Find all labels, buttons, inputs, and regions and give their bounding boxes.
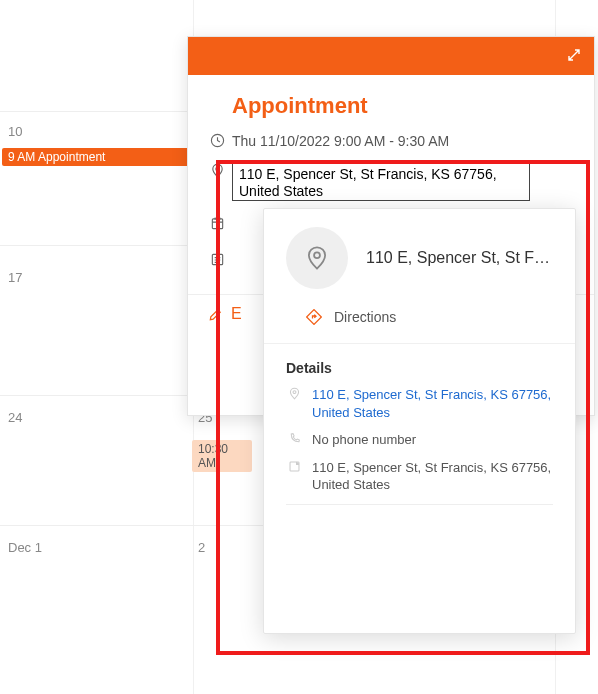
date-label[interactable]: 17 bbox=[8, 270, 22, 285]
details-address-text-value: 110 E, Spencer St, St Francis, KS 67756,… bbox=[312, 459, 553, 494]
directions-icon bbox=[306, 309, 322, 325]
date-label[interactable]: 24 bbox=[8, 410, 22, 425]
calendar-event[interactable]: 10:30 AM bbox=[192, 440, 252, 472]
date-label[interactable]: Dec 1 bbox=[8, 540, 42, 555]
directions-label: Directions bbox=[334, 309, 396, 325]
details-address-link[interactable]: 110 E, Spencer St, St Francis, KS 67756,… bbox=[286, 386, 553, 421]
details-heading: Details bbox=[286, 360, 553, 376]
note-icon bbox=[286, 459, 302, 494]
event-location-row bbox=[188, 155, 594, 210]
details-section: Details 110 E, Spencer St, St Francis, K… bbox=[264, 344, 575, 529]
details-phone-text: No phone number bbox=[312, 431, 416, 449]
divider bbox=[286, 504, 553, 505]
location-title: 110 E, Spencer St, St Fra... bbox=[366, 249, 553, 267]
location-details-card: 110 E, Spencer St, St Fra... Directions … bbox=[263, 208, 576, 634]
phone-icon bbox=[286, 431, 302, 449]
details-address-text: 110 E, Spencer St, St Francis, KS 67756,… bbox=[286, 459, 553, 494]
pencil-icon bbox=[208, 307, 223, 322]
pin-icon bbox=[286, 386, 302, 421]
svg-rect-2 bbox=[212, 219, 222, 229]
calendar-icon bbox=[208, 216, 226, 231]
svg-point-6 bbox=[293, 391, 296, 394]
details-address-link-text: 110 E, Spencer St, St Francis, KS 67756,… bbox=[312, 386, 553, 421]
event-datetime: Thu 11/10/2022 9:00 AM - 9:30 AM bbox=[232, 133, 449, 149]
clock-icon bbox=[208, 133, 226, 148]
location-avatar bbox=[286, 227, 348, 289]
calendar-event[interactable]: 9 AM Appointment bbox=[2, 148, 190, 166]
edit-label: E bbox=[231, 305, 242, 323]
svg-point-1 bbox=[215, 167, 218, 170]
event-datetime-row: Thu 11/10/2022 9:00 AM - 9:30 AM bbox=[188, 127, 594, 155]
location-input[interactable] bbox=[232, 161, 530, 201]
location-icon bbox=[208, 163, 226, 178]
date-label[interactable]: 10 bbox=[8, 124, 22, 139]
directions-button[interactable]: Directions bbox=[264, 301, 575, 344]
notes-icon bbox=[208, 252, 226, 267]
svg-point-4 bbox=[314, 252, 320, 258]
pin-icon bbox=[304, 245, 330, 271]
expand-icon[interactable] bbox=[566, 47, 582, 63]
location-header: 110 E, Spencer St, St Fra... bbox=[264, 209, 575, 301]
svg-rect-5 bbox=[307, 310, 322, 325]
date-label[interactable]: 2 bbox=[198, 540, 205, 555]
event-card-header bbox=[188, 37, 594, 75]
details-phone: No phone number bbox=[286, 431, 553, 449]
event-title: Appointment bbox=[188, 75, 594, 127]
